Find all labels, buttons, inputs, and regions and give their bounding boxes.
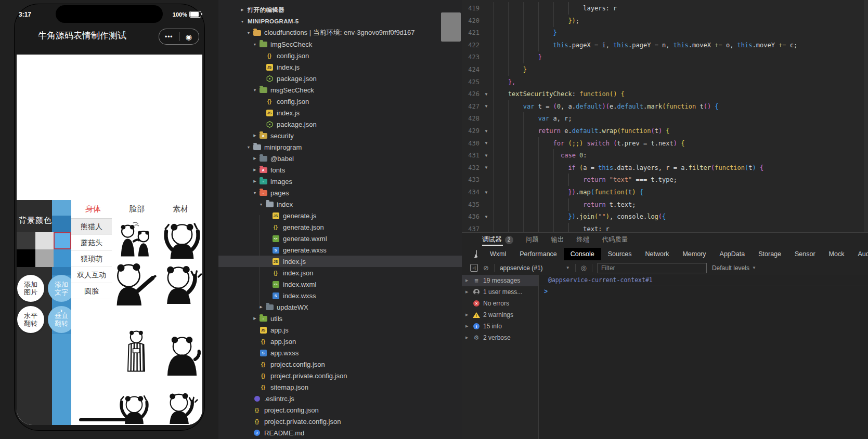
tree-item[interactable]: ▶▫images <box>218 176 462 187</box>
tab-脸部[interactable]: 脸部 <box>115 200 159 218</box>
tree-section[interactable]: ▶打开的编辑器 <box>218 4 462 16</box>
more-menu-icon[interactable]: ••• <box>159 33 179 41</box>
sticker-item[interactable] <box>160 335 202 376</box>
tree-item[interactable]: JSindex.js <box>218 61 462 73</box>
tree-item[interactable]: ▼msgSecCheck <box>218 84 462 96</box>
fold-arrow-icon[interactable]: ▼ <box>480 141 493 145</box>
fold-arrow-icon[interactable]: ▼ <box>480 153 493 158</box>
devtools-tab-memory[interactable]: Memory <box>676 248 712 260</box>
filter-input[interactable] <box>598 263 707 273</box>
color-swatch[interactable] <box>35 249 54 267</box>
category-item[interactable]: 猥琐萌 <box>71 251 112 267</box>
sticker-item[interactable] <box>113 221 157 258</box>
tree-item[interactable]: {}generate.json <box>218 221 462 233</box>
sticker-item[interactable] <box>112 391 156 424</box>
debugger-tab[interactable]: 问题 <box>526 233 539 247</box>
editor-scrollbar[interactable] <box>864 0 868 232</box>
tree-item[interactable]: JSindex.js <box>218 256 462 267</box>
devtools-tab-console[interactable]: Console <box>564 248 601 260</box>
console-filter-row[interactable]: ▶1 user mess... <box>462 286 538 298</box>
devtools-tab-sensor[interactable]: Sensor <box>788 248 822 260</box>
console-filter-row[interactable]: ▶⚙2 verbose <box>462 332 538 343</box>
devtools-tab-wxml[interactable]: Wxml <box>483 248 513 260</box>
category-item[interactable]: 双人互动 <box>71 267 112 283</box>
color-swatch[interactable] <box>54 249 71 267</box>
color-swatch[interactable] <box>54 232 71 249</box>
tree-item[interactable]: ▼miniprogram <box>218 141 462 153</box>
console-filter-row[interactable]: ▶2 warnings <box>462 309 538 321</box>
tree-item[interactable]: ▶asecurity <box>218 130 462 141</box>
tree-item[interactable]: Sindex.wxss <box>218 290 462 301</box>
fold-arrow-icon[interactable]: ▼ <box>480 129 493 134</box>
console-filter-row[interactable]: ▶≡19 messages <box>462 275 538 286</box>
fold-arrow-icon[interactable]: ▼ <box>480 92 493 97</box>
context-select[interactable]: appservice (#1) ▼ <box>500 264 570 272</box>
devtools-tab-appdata[interactable]: AppData <box>713 248 752 260</box>
color-swatch[interactable] <box>35 232 54 249</box>
eye-icon[interactable]: ◎ <box>581 264 587 271</box>
debugger-tab[interactable]: 输出 <box>551 233 564 247</box>
log-levels-select[interactable]: Default levels ▼ <box>712 264 756 272</box>
tree-item[interactable]: ▶Afonts <box>218 164 462 176</box>
tab-身体[interactable]: 身体 <box>71 200 115 218</box>
debugger-tab[interactable]: 调试器2 <box>482 233 513 247</box>
sticker-item[interactable] <box>115 318 157 384</box>
inspect-element-icon[interactable] <box>476 250 477 258</box>
tree-item[interactable]: {}project.private.config.json <box>218 416 462 427</box>
tree-item[interactable]: {}project.config.json <box>218 404 462 416</box>
category-item[interactable]: 蘑菇头 <box>71 235 112 251</box>
color-swatch[interactable] <box>17 249 35 267</box>
tree-item[interactable]: {}project.private.config.json <box>218 370 462 381</box>
tree-item[interactable]: ▶▫utils <box>218 313 462 324</box>
fold-arrow-icon[interactable]: ▼ <box>480 165 493 170</box>
devtools-tab-sources[interactable]: Sources <box>601 248 639 260</box>
tree-item[interactable]: iREADME.md <box>218 427 462 438</box>
flip-horizontal-button[interactable]: 水平翻转 <box>17 306 44 333</box>
tree-item[interactable]: {}project.config.json <box>218 358 462 370</box>
tree-item[interactable]: JSindex.js <box>218 107 462 118</box>
tree-item[interactable]: package.json <box>218 73 462 84</box>
tree-item[interactable]: {}index.json <box>218 267 462 278</box>
console-output[interactable]: @appservice-current-context#1 > <box>539 275 868 439</box>
sticker-item[interactable] <box>111 260 157 305</box>
tab-素材[interactable]: 素材 <box>159 200 202 218</box>
fold-arrow-icon[interactable]: ▼ <box>480 190 493 195</box>
tree-item[interactable]: ▼index <box>218 198 462 210</box>
console-filter-row[interactable]: ▶i15 info <box>462 321 538 332</box>
capsule-menu[interactable]: ••• ◉ <box>159 29 199 45</box>
tree-item[interactable]: <>index.wxml <box>218 278 462 290</box>
tree-section[interactable]: ▼MINIPROGRAM-5 <box>218 16 462 27</box>
fold-arrow-icon[interactable]: ▼ <box>480 215 493 219</box>
devtools-tab-storage[interactable]: Storage <box>752 248 788 260</box>
code-editor[interactable]: 419layers: r420});421}422this.pageX = i,… <box>462 0 868 232</box>
tree-item[interactable]: package.json <box>218 118 462 130</box>
add-image-button[interactable]: 添加图片 <box>17 275 44 302</box>
devtools-tab-mock[interactable]: Mock <box>822 248 851 260</box>
tree-item[interactable]: ▼▫pages <box>218 187 462 198</box>
scrollbar-thumb[interactable] <box>441 12 461 42</box>
color-swatch[interactable] <box>17 232 35 249</box>
tree-item[interactable]: JSapp.js <box>218 324 462 336</box>
fold-arrow-icon[interactable]: ▼ <box>480 104 493 109</box>
tree-item[interactable]: Sgenerate.wxss <box>218 244 462 256</box>
clear-console-icon[interactable]: ⊘ <box>483 264 489 271</box>
tree-item[interactable]: ▼imgSecCheck <box>218 38 462 50</box>
tree-item[interactable]: {}config.json <box>218 50 462 61</box>
sticker-item[interactable] <box>160 217 202 259</box>
tree-item[interactable]: {}config.json <box>218 96 462 107</box>
category-item[interactable]: 熊猫人 <box>71 218 112 235</box>
debugger-tab[interactable]: 代码质量 <box>602 233 628 247</box>
tree-item[interactable]: JSgenerate.js <box>218 210 462 221</box>
devtools-tab-network[interactable]: Network <box>639 248 676 260</box>
tree-item[interactable]: ▶@babel <box>218 153 462 164</box>
debugger-tab[interactable]: 终端 <box>577 233 590 247</box>
category-item[interactable]: 圆脸 <box>71 283 112 299</box>
devtools-tab-performance[interactable]: Performance <box>513 248 564 260</box>
tree-item[interactable]: ▼cloudfunctions | 当前环境: env-3gnovo9mf0f9… <box>218 27 462 38</box>
tree-item[interactable]: {}app.json <box>218 336 462 347</box>
tree-item[interactable]: .eslintrc.js <box>218 393 462 404</box>
sticker-item[interactable] <box>158 389 202 424</box>
dock-side-icon[interactable]: ◁ <box>470 264 478 272</box>
tree-item[interactable]: {}sitemap.json <box>218 381 462 393</box>
console-prompt[interactable]: > <box>539 286 868 297</box>
